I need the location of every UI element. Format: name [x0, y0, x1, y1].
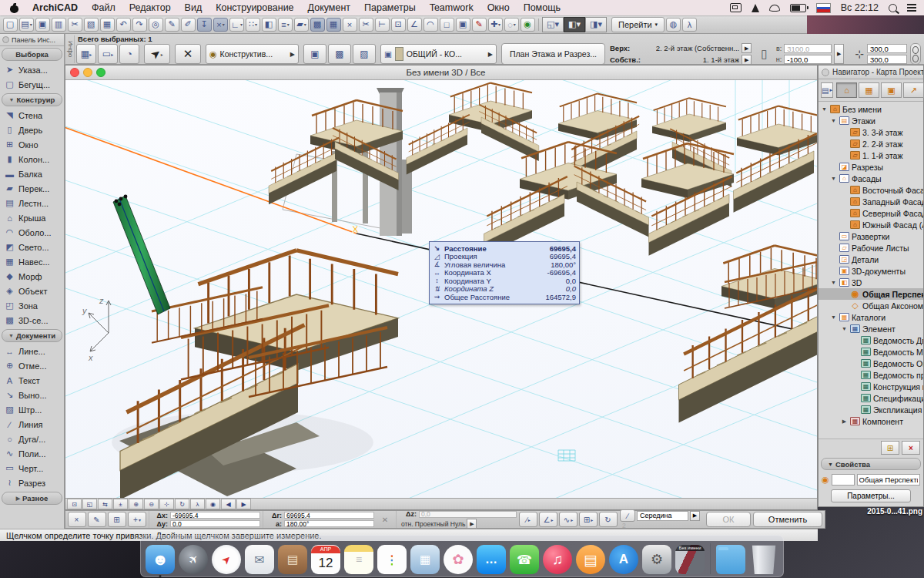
tree-item[interactable]: ▦ Ведомость Две... [819, 334, 923, 346]
bottom-elevation-field[interactable] [784, 55, 832, 64]
tree-item[interactable]: ⌂ Восточный Фасад [819, 184, 923, 196]
close-icon[interactable] [822, 69, 829, 76]
paste-icon[interactable]: ▦ [100, 18, 115, 32]
menu-item[interactable]: Документ [301, 2, 357, 13]
reminders-icon[interactable]: ⋮ [377, 545, 407, 574]
tree-item[interactable]: ▼ ⌂ Без имени [819, 103, 923, 115]
project-map-tab[interactable]: ⌂ [836, 82, 857, 98]
angle-field[interactable] [284, 520, 374, 527]
box-select-icon[interactable]: □ [440, 18, 454, 32]
location-icon[interactable] [752, 4, 759, 12]
tool-item[interactable]: ➤Указа... [0, 62, 64, 77]
navigator-title-bar[interactable]: Навигатор - Карта Проекта [819, 66, 923, 79]
tool-item[interactable]: ▩3D-се... [0, 313, 64, 328]
snap-popup[interactable]: ▶ [690, 511, 700, 521]
tree-item[interactable]: ▼ ◧ 3D [819, 277, 923, 288]
project-chooser-button[interactable]: ▤▸ [821, 82, 833, 98]
tool-angle-icon[interactable]: ◔ [119, 44, 139, 64]
origin-popup[interactable]: ▶ [467, 519, 477, 529]
safari-icon[interactable]: ➤ [212, 545, 241, 574]
tool-item[interactable]: ⊞Окно [0, 137, 64, 152]
arc-icon[interactable]: ◠ [424, 18, 438, 32]
renovation-icon[interactable]: ▰▾ [294, 18, 309, 32]
viewport-canvas[interactable]: z y x X ↘ Расстояние 69695,4 ◿ [65, 80, 817, 498]
tool-item[interactable]: ≀Разрез [0, 476, 64, 490]
inject-parameters-icon[interactable]: ✐ [181, 18, 196, 32]
spiral-constraint-icon[interactable]: ↻ [599, 512, 618, 527]
tool-item[interactable]: ▢Бегущ... [0, 77, 64, 92]
downloads-folder-icon[interactable] [716, 545, 745, 574]
photos-stack-icon[interactable]: ▦ [410, 545, 440, 574]
tree-item[interactable]: ▼ ▤ Этажи [819, 115, 923, 126]
markup-pen-icon[interactable]: ✎ [472, 18, 487, 32]
print-icon[interactable]: ▥ [52, 18, 66, 32]
dy-field[interactable] [170, 520, 260, 527]
ok-button[interactable]: ОК [706, 512, 751, 527]
zoom-in-icon[interactable]: ⊕ [129, 499, 143, 509]
gravity-icon[interactable]: ↧ [197, 18, 212, 32]
apple-menu[interactable] [9, 3, 19, 13]
dr-field[interactable] [284, 512, 374, 519]
tool-item[interactable]: ▤Лестн... [0, 196, 64, 210]
zoom-percent-icon[interactable]: ± [113, 499, 128, 509]
menu-item[interactable]: Конструирование [209, 2, 300, 13]
delete-selection-icon[interactable]: × [343, 18, 357, 32]
save-icon[interactable]: ▣ [35, 18, 50, 32]
menu-item[interactable]: Teamwork [423, 2, 480, 13]
tool-item[interactable]: ↔Лине... [0, 344, 64, 358]
tool-item[interactable]: ▦Навес... [0, 254, 64, 269]
renovation-new-icon[interactable]: ▨ [353, 44, 376, 64]
snap-point-icon[interactable]: ∕ [620, 509, 635, 522]
ibooks-icon[interactable]: ▤ [576, 545, 605, 574]
tree-item[interactable]: ▦ Экспликация 1... [819, 404, 923, 415]
tree-item[interactable]: ▶ ▦ Компонент [819, 415, 923, 427]
menu-item[interactable]: Файл [85, 2, 122, 13]
size-width-field[interactable] [867, 44, 907, 53]
snap-sketch-icon[interactable]: ✎ [88, 512, 106, 527]
grid-snap-cursor-icon[interactable]: ⊞ [108, 512, 126, 527]
publisher-tab[interactable]: ↗ [903, 82, 924, 98]
info-box-tab[interactable]: Инфо [65, 35, 75, 63]
layout-book-tab[interactable]: ▣ [881, 82, 902, 98]
tree-item[interactable]: ⌂ Западный Фасад [819, 196, 923, 207]
tree-item[interactable]: ▱ Рабочие Листы [819, 242, 923, 254]
previous-zoom-icon[interactable]: ◀ [221, 499, 236, 509]
menu-item[interactable]: Редактор [122, 2, 178, 13]
snap-guides-icon[interactable]: ∠▸ [539, 512, 557, 527]
undo-icon[interactable]: ↶ [116, 18, 131, 32]
tree-item[interactable]: ▼ ⌂ Фасады [819, 173, 923, 184]
pickup-parameters-icon[interactable]: ✎ [165, 18, 179, 32]
tree-item[interactable]: ◲ Детали [819, 254, 923, 265]
close-icon[interactable] [2, 36, 9, 43]
tool-item[interactable]: ▯Дверь [0, 123, 64, 137]
tool-item[interactable]: ⌂Крыша [0, 210, 64, 225]
messages-icon[interactable]: … [477, 545, 506, 574]
tree-item[interactable]: ⌂ Северный Фасад [819, 207, 923, 219]
tree-item[interactable]: ▦ Конструкция кр... [819, 381, 923, 392]
next-zoom-icon[interactable]: ▶ [236, 499, 251, 509]
language-flag-icon[interactable] [816, 3, 831, 13]
tool-item[interactable]: ◰Зона [0, 298, 64, 313]
cancel-button[interactable]: Отменить [753, 512, 822, 527]
add-measure-point-icon[interactable]: +▾ [128, 512, 146, 527]
target-icon[interactable]: ◉ [521, 18, 535, 32]
3d-window-button[interactable]: ◧▾ [564, 17, 585, 32]
find-select-icon[interactable]: ◎ [149, 18, 163, 32]
split-icon[interactable]: ✂ [359, 18, 373, 32]
viewport-title-bar[interactable]: Без имени 3D / Все [65, 66, 817, 80]
guide-angle-icon[interactable]: ∠ [407, 18, 422, 32]
trace-reference-icon[interactable]: ◧ [262, 18, 276, 32]
contacts-icon[interactable]: ▤ [278, 545, 307, 574]
renovation-existing-icon[interactable]: ▣ [303, 44, 326, 64]
pan-icon[interactable]: ⇆ [98, 499, 112, 509]
default-settings-icon[interactable]: ▦▸ [76, 44, 96, 64]
adjust-icon[interactable]: ⊢ [375, 18, 390, 32]
navigator-preview-icon[interactable]: ◍ [666, 18, 681, 32]
cut-icon[interactable]: ✂ [68, 18, 82, 32]
tree-item[interactable]: ▼ ▦ Элемент [819, 323, 923, 334]
menu-item[interactable]: Окно [480, 2, 517, 13]
grid-snap-icon[interactable]: ∷▾ [246, 18, 260, 32]
zoom-window-icon[interactable]: ◱ [82, 499, 97, 509]
move-view-icon[interactable]: ✚▾ [488, 18, 503, 32]
layer-combo[interactable]: ▣ ОБЩИЙ - КО... ▶ [380, 44, 497, 64]
